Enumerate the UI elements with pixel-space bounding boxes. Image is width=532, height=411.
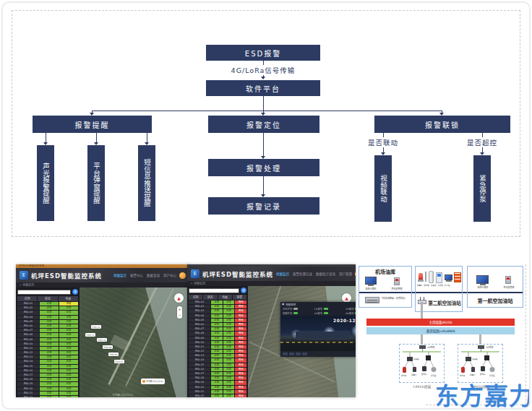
table-row[interactable]: ESD-05正常正常离线	[189, 319, 246, 322]
status-cell: 正常	[40, 302, 59, 306]
status-cell: 正常	[211, 341, 223, 345]
table-row[interactable]: ESD-05正常正常	[17, 320, 78, 324]
device-name: ESD-15	[17, 365, 39, 368]
table-row[interactable]: ESD-04正常正常	[17, 316, 78, 319]
table-row[interactable]: ESD-18正常正常离线	[189, 376, 246, 380]
fullscreen-button[interactable]	[302, 352, 307, 356]
table-row[interactable]: ESD-09正常正常	[17, 338, 78, 342]
table-row[interactable]: ESD-06正常正常离线	[189, 323, 246, 326]
battery-cell: 正常	[59, 351, 78, 355]
table-row[interactable]: ESD-14正常正常离线	[189, 358, 246, 362]
table-row[interactable]: ESD-04正常正常离线	[189, 314, 246, 318]
firewall-icon	[454, 272, 461, 282]
table-row[interactable]: ESD-02正常正常离线	[189, 305, 246, 308]
table-row[interactable]: ESD-20正常正常	[17, 387, 78, 391]
status-cell: 正常	[40, 347, 59, 350]
device-label: 工作站	[438, 284, 444, 287]
table-row[interactable]: ESD-22正常正常	[17, 396, 78, 397]
table-row[interactable]: ESD-12正常正常离线	[189, 350, 246, 353]
nav-item[interactable]: 用户管理	[339, 272, 352, 276]
map-marker-label[interactable]: ESD-09	[103, 345, 113, 349]
table-row[interactable]: ESD-19正常正常离线	[189, 381, 246, 384]
table-row[interactable]: ESD-22正常正常离线	[189, 394, 246, 397]
table-row[interactable]: ESD-10正常正常	[17, 342, 78, 346]
device-name: ESD-06	[189, 323, 210, 326]
table-row[interactable]: ESD-18正常正常	[17, 378, 78, 381]
device-name: ESD-06	[17, 324, 39, 328]
play-button[interactable]	[283, 352, 288, 356]
nav-item[interactable]: 数据查询	[147, 273, 160, 277]
table-row[interactable]: ESD-02正常正常	[17, 306, 78, 310]
map-marker-label[interactable]: ESD-12	[91, 325, 101, 329]
battery-cell: 正常	[59, 365, 78, 368]
table-row[interactable]: ESD-17正常正常	[17, 373, 78, 377]
battery-cell: 正常	[59, 387, 78, 391]
table-row[interactable]: ESD-07正常正常离线	[189, 327, 246, 331]
table-row[interactable]: ESD-08正常正常	[17, 333, 78, 337]
flow-node-handle: 报警处理	[208, 159, 319, 176]
map-marker-label[interactable]: ESD-11	[85, 333, 95, 337]
table-row[interactable]: ESD-16正常正常	[17, 369, 78, 373]
table-row[interactable]: ESD-13正常正常离线	[189, 354, 246, 358]
barrier-strip	[280, 342, 356, 343]
primary-link-bar: 主用链路4G/5G	[366, 319, 515, 326]
search-button[interactable]: 搜	[241, 287, 246, 293]
nav-item[interactable]: 报警处理记录	[293, 272, 312, 276]
table-row[interactable]: ESD-17正常正常离线	[189, 372, 246, 376]
record-button[interactable]	[296, 352, 301, 356]
status-cell: 正常	[40, 360, 59, 363]
map-marker-label[interactable]: ESD-08	[108, 352, 119, 356]
table-row[interactable]: ESD-15正常正常离线	[189, 363, 246, 367]
table-row[interactable]: ESD-21正常正常	[17, 391, 78, 395]
table-row[interactable]: ESD-20正常正常离线	[189, 386, 246, 389]
search-input[interactable]	[189, 288, 239, 293]
avatar[interactable]	[355, 271, 356, 277]
table-row[interactable]: ESD-07正常正常	[17, 329, 78, 332]
status-cell: 正常	[40, 355, 59, 359]
flow-node-locate: 报警定位	[208, 116, 319, 133]
table-row[interactable]: ESD-16正常正常离线	[189, 368, 246, 371]
status-cell: 正常	[40, 338, 59, 342]
table-row[interactable]: ESD-13正常正常	[17, 355, 78, 359]
map-marker-label[interactable]: ESD-10	[97, 338, 107, 342]
sidebar: 搜 名称状态电量报警 ESD-01正常正常离线ESD-02正常正常离线ESD-0…	[187, 286, 248, 397]
table-row[interactable]: ESD-03正常正常	[17, 311, 78, 314]
status-indicator: 主机状态	[283, 307, 313, 311]
search-button[interactable]: 搜	[72, 289, 78, 295]
table-row[interactable]: ESD-01正常正常离线	[189, 300, 246, 304]
satellite-map[interactable]: ESD-12ESD-11ESD-10ESD-09ESD-08ESD-07 ▲ +…	[80, 287, 189, 397]
table-row[interactable]: ESD-21正常正常离线	[189, 390, 246, 394]
battery-cell: 正常	[223, 350, 235, 353]
table-header: 名称状态电量报警	[189, 295, 246, 300]
nav-item[interactable]: 地图监控	[276, 272, 289, 276]
status-indicator: 3#接地	[314, 311, 345, 315]
table-row[interactable]: ESD-09正常正常离线	[189, 337, 246, 340]
table-row[interactable]: ESD-15正常正常	[17, 365, 78, 368]
table-row[interactable]: ESD-12正常正常	[17, 351, 78, 355]
nav-item[interactable]: 用户中心	[163, 273, 176, 277]
flow-node-emergency-stop: 紧急停泵	[473, 155, 491, 222]
compass-control[interactable]: ▲	[174, 293, 184, 303]
table-row[interactable]: ESD-08正常正常离线	[189, 332, 246, 335]
snapshot-button[interactable]	[289, 352, 294, 356]
zoom-control[interactable]: +−	[177, 306, 182, 319]
avatar[interactable]	[179, 272, 186, 279]
map-marker-label[interactable]: ESD-07	[114, 360, 124, 363]
app-header: E 机坪ESD智能监控系统 地图监控报警处理记录数据统计查询用户管理 12	[187, 267, 356, 281]
table-row[interactable]: ESD-03正常正常离线	[189, 309, 246, 313]
search-input[interactable]	[17, 290, 71, 295]
satellite-map[interactable]: ▲ +− ▣ 视频监控 ⤢ ✕ 主机状态1#接地2#接地报警状态视频状态3#接地…	[248, 286, 356, 397]
table-row[interactable]: ESD-19正常正常	[17, 382, 78, 386]
table-row[interactable]: ESD-01正常预警	[17, 302, 78, 306]
table-row[interactable]: ESD-10正常正常离线	[189, 341, 246, 345]
nav-item[interactable]: 数据统计查询	[316, 272, 335, 276]
status-cell: 正常	[211, 350, 223, 353]
table-row[interactable]: ESD-11正常正常	[17, 347, 78, 350]
nav-item[interactable]: 报警中心	[130, 273, 143, 277]
nav-item[interactable]: 地图监控	[113, 273, 126, 277]
table-row[interactable]: ESD-11正常正常离线	[189, 345, 246, 349]
flowchart-panel: ESD报警 4G/LoRa信号传输 软件平台 报警提醒 报警定位 报警联锁 声光…	[12, 10, 520, 237]
table-row[interactable]: ESD-06正常正常	[17, 324, 78, 328]
table-row[interactable]: ESD-14正常正常	[17, 360, 78, 363]
device-table: ESD-01正常预警ESD-02正常正常ESD-03正常正常ESD-04正常正常…	[17, 302, 78, 397]
